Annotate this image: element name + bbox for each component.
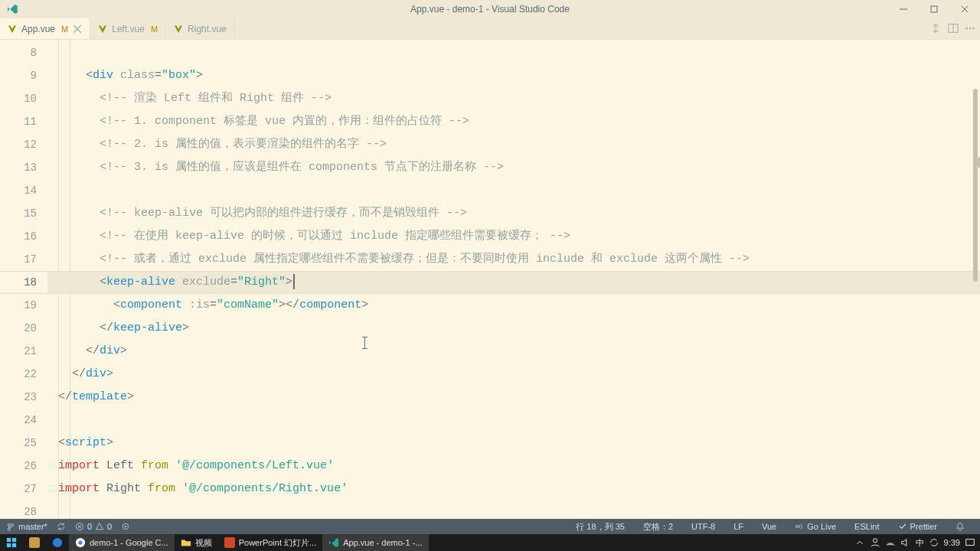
taskbar-label: App.vue - demo-1 -... xyxy=(343,538,422,547)
encoding[interactable]: UTF-8 xyxy=(691,522,715,531)
code-line: <component :is="comName"></component> xyxy=(47,294,980,317)
taskbar-chrome[interactable]: demo-1 - Google C... xyxy=(69,534,175,551)
language-mode[interactable]: Vue xyxy=(762,522,776,531)
split-right-icon[interactable] xyxy=(948,23,959,36)
svg-rect-13 xyxy=(29,537,40,548)
eslint[interactable]: ESLint xyxy=(854,522,879,531)
code-line: <!-- 2. is 属性的值，表示要渲染的组件的名字 --> xyxy=(47,133,980,156)
code-line-active: <keep-alive exclude="Right"> xyxy=(47,271,980,294)
taskbar-folder[interactable]: 视频 xyxy=(175,534,218,551)
tray-chevron-icon[interactable] xyxy=(854,537,865,548)
editor-ibeam-cursor xyxy=(364,337,365,349)
vue-icon xyxy=(98,24,107,34)
tray-clock[interactable]: 9:39 xyxy=(944,538,960,547)
tab-bar: App.vue M Left.vue M Right.vue xyxy=(0,18,980,40)
code-line xyxy=(47,41,980,64)
code-line: </div> xyxy=(47,363,980,386)
taskbar-app[interactable] xyxy=(46,534,69,551)
notifications-icon[interactable] xyxy=(956,522,965,531)
code-line: import Right from '@/components/Right.vu… xyxy=(47,478,980,500)
sync-button[interactable] xyxy=(57,522,66,531)
svg-point-7 xyxy=(125,526,126,527)
code-line: <script> xyxy=(47,432,980,455)
svg-rect-12 xyxy=(12,543,16,547)
svg-rect-10 xyxy=(12,538,16,542)
tab-label: App.vue xyxy=(21,24,55,34)
tab-label: Left.vue xyxy=(112,24,145,34)
tab-right-vue[interactable]: Right.vue xyxy=(166,18,235,39)
code-line xyxy=(47,179,980,202)
tray-network-icon[interactable] xyxy=(885,537,896,548)
vue-icon xyxy=(8,24,17,34)
compare-icon[interactable] xyxy=(931,23,942,36)
code-line: <!-- 在使用 keep-alive 的时候，可以通过 include 指定哪… xyxy=(47,225,980,248)
cursor-position[interactable]: 行 18，列 35 xyxy=(576,521,625,533)
tray-people-icon[interactable] xyxy=(870,537,880,548)
window-title: App.vue - demo-1 - Visual Studio Code xyxy=(410,4,570,15)
taskbar-label: 视频 xyxy=(195,537,212,549)
taskbar-label: PowerPoint 幻灯片... xyxy=(239,537,316,549)
tab-left-vue[interactable]: Left.vue M xyxy=(90,18,166,39)
code-area[interactable]: <div class="box"> <!-- 渲染 Left 组件和 Right… xyxy=(47,40,980,519)
svg-rect-11 xyxy=(7,543,11,547)
code-line: <!-- 或者，通过 exclude 属性指定哪些组件不需要被缓存；但是：不要同… xyxy=(47,248,980,271)
editor-actions xyxy=(931,18,975,40)
tab-close-icon[interactable] xyxy=(73,24,82,34)
code-line: import Left from '@/components/Left.vue' xyxy=(47,455,980,478)
vue-icon xyxy=(174,24,183,34)
code-line: <!-- keep-alive 可以把内部的组件进行缓存，而不是销毁组件 --> xyxy=(47,202,980,225)
code-line: </keep-alive> xyxy=(47,317,980,340)
go-live[interactable]: Go Live xyxy=(795,522,836,531)
title-bar: App.vue - demo-1 - Visual Studio Code xyxy=(0,0,980,18)
svg-rect-19 xyxy=(966,540,975,546)
code-line: <!-- 3. is 属性的值，应该是组件在 components 节点下的注册… xyxy=(47,156,980,179)
svg-point-14 xyxy=(53,538,62,547)
svg-rect-0 xyxy=(931,6,937,12)
prettier[interactable]: Prettier xyxy=(898,522,937,531)
live-share-icon[interactable] xyxy=(121,522,130,531)
tray-notifications-icon[interactable] xyxy=(965,537,975,548)
vscode-icon xyxy=(6,3,18,15)
taskbar-app[interactable] xyxy=(23,534,46,551)
code-line xyxy=(47,409,980,432)
windows-taskbar: demo-1 - Google C... 视频 PowerPoint 幻灯片..… xyxy=(0,534,980,551)
code-line: <!-- 1. component 标签是 vue 内置的，作用：组件的占位符 … xyxy=(47,110,980,133)
status-bar: master* 0 0 行 18，列 35 空格：2 UTF-8 LF Vue … xyxy=(0,519,980,534)
window-controls xyxy=(888,0,980,18)
tray-sync-icon[interactable] xyxy=(929,537,939,548)
start-button[interactable] xyxy=(0,534,23,551)
problems[interactable]: 0 0 xyxy=(75,522,112,531)
svg-rect-9 xyxy=(7,538,11,542)
tab-app-vue[interactable]: App.vue M xyxy=(0,18,90,39)
svg-point-2 xyxy=(965,27,967,28)
tab-modified-indicator: M xyxy=(151,24,158,34)
indentation[interactable]: 空格：2 xyxy=(643,521,673,533)
code-line: <div class="box"> xyxy=(47,64,980,87)
svg-point-18 xyxy=(873,539,877,543)
code-line: <!-- 渲染 Left 组件和 Right 组件 --> xyxy=(47,87,980,110)
svg-point-16 xyxy=(78,540,82,544)
maximize-button[interactable] xyxy=(919,0,949,18)
close-button[interactable] xyxy=(949,0,980,18)
code-line: </div> xyxy=(47,340,980,363)
tray-ime[interactable]: 中 xyxy=(916,537,924,549)
system-tray: 中 9:39 xyxy=(854,537,980,549)
git-branch[interactable]: master* xyxy=(6,522,47,531)
tray-volume-icon[interactable] xyxy=(900,537,911,548)
svg-rect-17 xyxy=(224,537,235,548)
taskbar-label: demo-1 - Google C... xyxy=(90,538,168,547)
line-gutter: 8 910111213 14151617 18 1920212223 24252… xyxy=(0,40,47,519)
text-caret xyxy=(293,274,295,289)
scrollbar[interactable] xyxy=(971,40,980,519)
code-editor[interactable]: 8 910111213 14151617 18 1920212223 24252… xyxy=(0,40,980,519)
tab-modified-indicator: M xyxy=(61,24,68,34)
tab-label: Right.vue xyxy=(188,24,227,34)
code-line: </template> xyxy=(47,386,980,409)
minimize-button[interactable] xyxy=(888,0,919,18)
taskbar-vscode[interactable]: App.vue - demo-1 -... xyxy=(322,534,428,551)
taskbar-powerpoint[interactable]: PowerPoint 幻灯片... xyxy=(218,534,322,551)
eol[interactable]: LF xyxy=(733,522,743,531)
svg-point-4 xyxy=(972,27,974,28)
svg-point-3 xyxy=(969,27,971,28)
more-icon[interactable] xyxy=(965,23,975,36)
